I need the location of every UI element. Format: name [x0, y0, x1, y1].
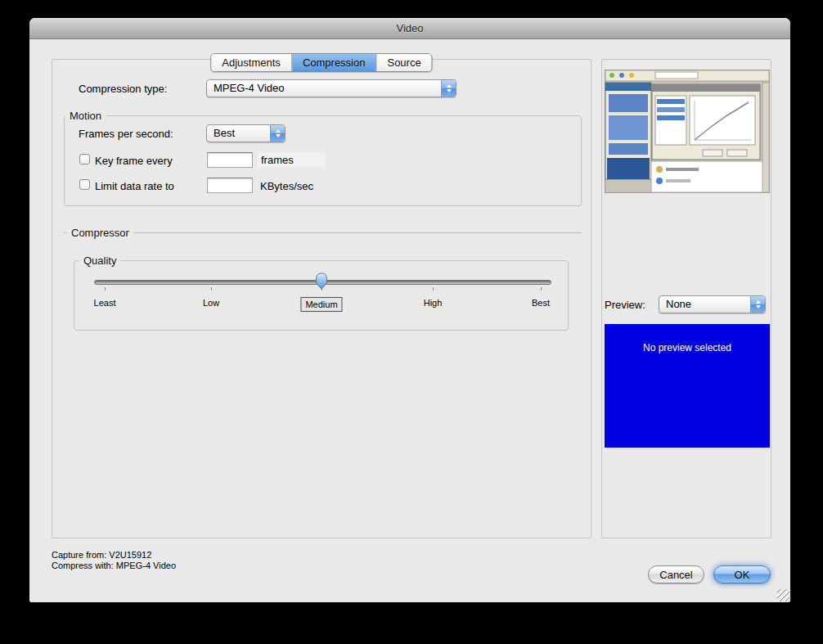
- ok-button[interactable]: OK: [713, 565, 771, 583]
- cancel-button-label: Cancel: [659, 569, 692, 581]
- keyframe-unit-label: frames: [261, 154, 294, 166]
- popup-stepper-icon: [270, 125, 285, 142]
- quality-legend: Quality: [79, 254, 120, 268]
- preview-value: None: [659, 296, 750, 313]
- video-dialog: Video Adjustments Compression Source Com…: [29, 18, 790, 602]
- compression-type-value: MPEG-4 Video: [207, 80, 441, 97]
- keyframe-unit-bg: frames: [258, 152, 326, 168]
- preview-box: No preview selected: [605, 324, 770, 448]
- datarate-label: Limit data rate to: [95, 180, 174, 192]
- tab-source[interactable]: Source: [376, 54, 431, 71]
- fps-label: Frames per second:: [79, 128, 173, 140]
- ok-button-label: OK: [735, 569, 750, 581]
- quality-label-low[interactable]: Low: [203, 297, 219, 308]
- fps-value: Best: [207, 125, 270, 142]
- slider-tick: [433, 287, 434, 290]
- window-title: Video: [396, 22, 423, 34]
- compression-type-select[interactable]: MPEG-4 Video: [206, 79, 456, 97]
- tab-compression[interactable]: Compression: [291, 54, 376, 71]
- motion-legend: Motion: [65, 109, 106, 123]
- popup-stepper-icon: [441, 80, 456, 97]
- tab-adjustments[interactable]: Adjustments: [211, 54, 291, 71]
- popup-stepper-icon: [750, 296, 765, 313]
- quality-label-least[interactable]: Least: [94, 297, 116, 308]
- capture-from-text: Capture from: V2U15912: [52, 550, 151, 560]
- compressor-legend: Compressor: [67, 226, 133, 240]
- slider-tick: [105, 287, 106, 290]
- compression-type-label: Compression type:: [79, 83, 167, 95]
- fps-select[interactable]: Best: [206, 124, 286, 142]
- screen-background: { "window": { "title": "Video" }, "tabs"…: [0, 0, 823, 644]
- cancel-button[interactable]: Cancel: [648, 565, 704, 583]
- resize-grip[interactable]: [777, 589, 789, 601]
- datarate-unit-label: KBytes/sec: [260, 180, 313, 192]
- compress-with-text: Compress with: MPEG-4 Video: [52, 561, 176, 570]
- slider-tick: [211, 287, 212, 290]
- tab-compression-label: Compression: [303, 56, 366, 69]
- aqua-thumb-icon: [315, 272, 328, 290]
- keyframe-checkbox[interactable]: [79, 154, 90, 164]
- tab-bar: Adjustments Compression Source: [210, 53, 432, 72]
- preview-message: No preview selected: [605, 324, 770, 354]
- tab-source-label: Source: [387, 56, 420, 69]
- capture-thumbnail: [605, 70, 770, 193]
- quality-label-high[interactable]: High: [424, 297, 443, 308]
- keyframe-input[interactable]: [207, 152, 253, 168]
- tab-adjustments-label: Adjustments: [222, 56, 281, 69]
- preview-select[interactable]: None: [659, 295, 766, 313]
- compressor-divider: Compressor: [64, 232, 582, 233]
- quality-slider-thumb[interactable]: [315, 272, 328, 290]
- quality-label-medium[interactable]: Medium: [300, 297, 342, 312]
- quality-label-best[interactable]: Best: [532, 297, 550, 308]
- datarate-input[interactable]: [207, 178, 253, 193]
- preview-label: Preview:: [605, 299, 645, 311]
- quality-groupbox: Quality: [74, 260, 569, 331]
- screen-capture-image: [605, 70, 770, 193]
- datarate-checkbox[interactable]: [79, 179, 90, 190]
- slider-tick: [541, 287, 542, 290]
- titlebar[interactable]: Video: [29, 18, 790, 39]
- keyframe-label: Key frame every: [95, 155, 173, 167]
